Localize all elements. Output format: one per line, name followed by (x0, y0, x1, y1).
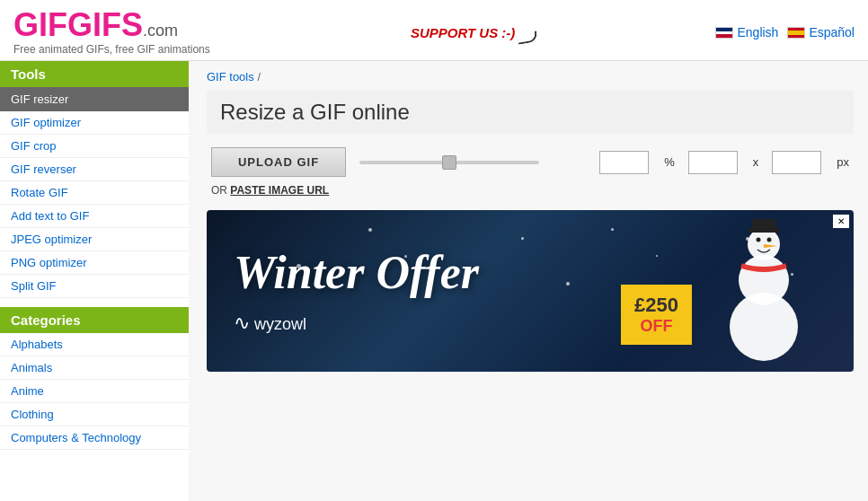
sidebar-item-computers[interactable]: Computers & Technology (0, 426, 189, 450)
ad-banner: Winter Offer ∿ wyzowl £250 OFF (207, 210, 854, 372)
sidebar-item-add-text[interactable]: Add text to GIF (0, 205, 189, 228)
upload-gif-button[interactable]: UPLOAD GIF (211, 147, 346, 177)
tools-section-header: Tools (0, 61, 189, 87)
svg-point-1 (739, 255, 789, 305)
percent-unit: % (664, 155, 675, 169)
svg-point-4 (767, 238, 772, 242)
sidebar-item-split-gif[interactable]: Split GIF (0, 275, 189, 298)
sidebar: Tools GIF resizer GIF optimizer GIF crop… (0, 61, 189, 501)
espanol-link[interactable]: Español (787, 25, 855, 40)
main-layout: Tools GIF resizer GIF optimizer GIF crop… (0, 61, 868, 501)
discount-off: OFF (634, 317, 678, 336)
height-input[interactable] (772, 151, 821, 174)
percent-input[interactable] (599, 151, 649, 174)
support-us-text: SUPPORT US :-) (411, 25, 515, 40)
ad-snowman-image (692, 219, 836, 363)
sidebar-item-gif-optimizer[interactable]: GIF optimizer (0, 111, 189, 135)
sidebar-item-rotate-gif[interactable]: Rotate GIF (0, 181, 189, 205)
px-unit: px (837, 155, 849, 169)
sidebar-item-gif-resizer[interactable]: GIF resizer (0, 87, 189, 111)
slider-container (359, 161, 586, 164)
english-flag-icon (715, 27, 733, 39)
upload-area: UPLOAD GIF % x px (207, 147, 854, 177)
breadcrumb-link[interactable]: GIF tools (207, 70, 254, 84)
ad-headline: Winter Offer (234, 247, 479, 298)
categories-section-header: Categories (0, 307, 189, 333)
svg-point-3 (757, 238, 761, 242)
sidebar-item-jpeg-optimizer[interactable]: JPEG optimizer (0, 228, 189, 251)
paste-prefix: OR (211, 184, 227, 197)
sidebar-item-gif-reverser[interactable]: GIF reverser (0, 158, 189, 181)
sidebar-item-png-optimizer[interactable]: PNG optimizer (0, 251, 189, 275)
cross-symbol: x (753, 155, 759, 169)
site-tagline: Free animated GIFs, free GIF animations (13, 43, 210, 56)
site-logo: GIFGIFS.com (13, 9, 210, 41)
sidebar-item-clothing[interactable]: Clothing (0, 403, 189, 426)
slider-thumb[interactable] (442, 155, 456, 170)
language-selector: English Español (715, 25, 855, 40)
ad-close-button[interactable]: ✕ (833, 215, 849, 228)
english-link[interactable]: English (715, 25, 778, 40)
breadcrumb: GIF tools / (207, 70, 854, 84)
english-label: English (737, 25, 778, 40)
width-input[interactable] (688, 151, 738, 174)
logo-area: GIFGIFS.com Free animated GIFs, free GIF… (13, 9, 210, 56)
ad-text-area: Winter Offer ∿ wyzowl (207, 229, 506, 353)
breadcrumb-separator: / (257, 70, 261, 84)
site-header: GIFGIFS.com Free animated GIFs, free GIF… (0, 0, 868, 61)
logo-com: .com (143, 22, 178, 40)
main-content: GIF tools / Resize a GIF online UPLOAD G… (189, 61, 868, 501)
sidebar-item-animals[interactable]: Animals (0, 356, 189, 380)
logo-gif: GIFGIFS (13, 6, 143, 43)
page-title: Resize a GIF online (207, 91, 854, 134)
paste-url-area: OR PASTE IMAGE URL (207, 184, 854, 197)
espanol-label: Español (809, 25, 855, 40)
discount-amount: £250 (634, 294, 678, 317)
svg-rect-7 (752, 219, 775, 230)
paste-url-link[interactable]: PASTE IMAGE URL (230, 184, 329, 197)
sidebar-item-gif-crop[interactable]: GIF crop (0, 135, 189, 158)
spanish-flag-icon (787, 27, 805, 39)
sidebar-item-alphabets[interactable]: Alphabets (0, 333, 189, 356)
ad-brand: ∿ wyzowl (234, 312, 479, 335)
ad-discount-badge: £250 OFF (621, 285, 692, 345)
sidebar-item-anime[interactable]: Anime (0, 380, 189, 403)
resize-slider[interactable] (359, 161, 539, 164)
